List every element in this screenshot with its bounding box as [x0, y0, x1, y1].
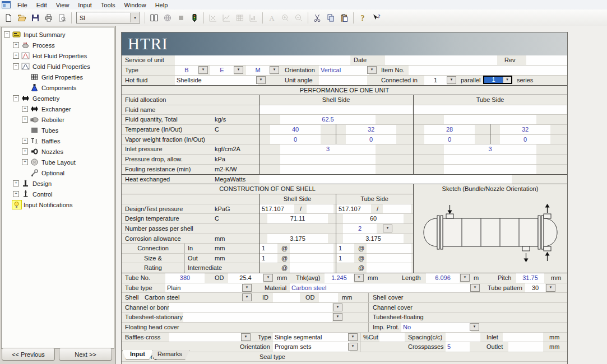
collapse-toggle[interactable]: − — [13, 63, 19, 69]
expand-toggle[interactable]: + — [13, 191, 19, 197]
unit-system-combo[interactable]: SI ▼ — [76, 12, 140, 24]
expand-toggle[interactable]: + — [22, 148, 28, 155]
connection-out-shell-size[interactable] — [290, 254, 333, 263]
channel-dropdown[interactable]: ▼ — [333, 304, 342, 311]
baffle-type-field[interactable]: Single segmental — [273, 333, 350, 342]
menu-tools[interactable]: Tools — [96, 1, 120, 9]
new-icon[interactable] — [2, 12, 15, 24]
type-shell-dropdown[interactable]: ▼ — [234, 66, 243, 74]
vapor-shell-in-field[interactable]: 0 — [270, 135, 321, 144]
fouling-tube-field[interactable] — [444, 165, 536, 174]
connection-in-shell-size[interactable] — [290, 244, 333, 253]
fluid-quantity-shell-field[interactable]: 62.5 — [280, 115, 376, 124]
orientation-dropdown[interactable]: ▼ — [367, 66, 377, 74]
connection-in-tube-count[interactable]: 1 — [337, 244, 354, 253]
expand-toggle[interactable]: + — [22, 159, 28, 165]
shell-id-field[interactable] — [273, 293, 300, 302]
tree-item-optional[interactable]: Optional — [2, 167, 114, 178]
length-field[interactable]: 6.096 — [426, 273, 460, 283]
fluid-name-shell-field[interactable] — [260, 105, 413, 115]
tree-item-reboiler[interactable]: +Reboiler — [2, 114, 114, 125]
cut-field[interactable] — [379, 333, 405, 342]
chevron-down-icon[interactable]: ▼ — [503, 77, 511, 83]
menu-view[interactable]: View — [52, 1, 74, 9]
connection-out-tube-count[interactable]: 1 — [337, 254, 354, 263]
menu-edit[interactable]: Edit — [32, 1, 52, 9]
tree-item-exchanger[interactable]: +Exchanger — [2, 104, 114, 114]
date-field[interactable] — [385, 55, 497, 65]
tree-item-process[interactable]: +Process — [2, 40, 114, 50]
copy-icon[interactable] — [324, 12, 337, 24]
connection-out-shell-count[interactable]: 1 — [260, 254, 277, 263]
design-temperature-tube-field[interactable]: 60 — [343, 214, 404, 223]
connection-out-tube-size[interactable] — [367, 254, 411, 263]
tree-item-baffles[interactable]: +Baffles — [2, 136, 114, 146]
shell-od-field[interactable] — [319, 293, 338, 302]
inlet-pressure-tube-field[interactable]: 3 — [444, 144, 536, 154]
design-pressure-tube-field[interactable]: 517.107 — [337, 204, 371, 214]
unit-angle-field[interactable] — [319, 76, 367, 85]
collapse-toggle[interactable]: − — [4, 31, 10, 38]
temperature-tube-in-field[interactable]: 28 — [424, 125, 475, 134]
od-field[interactable]: 25.4 — [228, 273, 263, 283]
crosspasses-field[interactable]: 5 — [446, 342, 470, 352]
design-temperature-shell-field[interactable]: 71.11 — [267, 214, 328, 223]
passes-dropdown[interactable]: ▼ — [383, 225, 392, 232]
tube-pattern-field[interactable]: 30 — [525, 283, 545, 293]
imp-prot-dropdown[interactable]: ▼ — [470, 323, 479, 331]
print-icon[interactable] — [42, 12, 55, 24]
tree-item-design[interactable]: +Design — [2, 178, 114, 189]
menu-window[interactable]: Window — [120, 1, 151, 9]
tree-item-nozzles[interactable]: +Nozzles — [2, 146, 114, 157]
design-pressure-shell-test-field[interactable] — [307, 204, 333, 214]
vapor-shell-out-field[interactable]: 0 — [346, 135, 396, 144]
thk-dropdown[interactable]: ▼ — [354, 274, 364, 282]
parallel-dropdown[interactable]: ▼ — [447, 76, 456, 84]
menu-input[interactable]: Input — [73, 1, 96, 9]
tube-type-field[interactable]: Plain — [165, 283, 244, 293]
design-pressure-tube-test-field[interactable] — [383, 204, 411, 214]
shell-material-field[interactable]: Carbon steel — [143, 293, 212, 302]
menu-file[interactable]: File — [13, 1, 32, 9]
tubesheet-field[interactable] — [183, 312, 332, 322]
type-rear-field[interactable]: M — [246, 66, 270, 75]
channel-field[interactable] — [169, 303, 332, 312]
connection-intermediate-shell-size[interactable] — [290, 263, 333, 273]
length-dropdown[interactable]: ▼ — [460, 274, 470, 282]
tree-item-input-notifications[interactable]: Input Notifications — [2, 199, 114, 210]
orientation-field[interactable]: Vertical — [319, 66, 369, 75]
pitch-field[interactable]: 31.75 — [516, 273, 544, 283]
globe-icon[interactable] — [161, 12, 174, 24]
type-front-field[interactable]: B — [175, 66, 198, 75]
pressure-drop-tube-field[interactable] — [444, 155, 536, 164]
passes-tube-field[interactable]: 2 — [343, 224, 377, 234]
thk-field[interactable]: 1.245 — [325, 273, 354, 283]
help-icon[interactable]: ? — [356, 12, 369, 24]
material-dropdown[interactable]: ▼ — [470, 284, 480, 292]
corrosion-tube-field[interactable]: 3.175 — [343, 234, 404, 244]
connection-in-shell-count[interactable]: 1 — [260, 244, 277, 253]
split-panes-icon[interactable] — [147, 12, 161, 24]
fluid-name-tube-field[interactable] — [414, 105, 567, 115]
tree-item-grid-properties[interactable]: Grid Properties — [2, 72, 114, 82]
print-preview-icon[interactable] — [55, 12, 69, 24]
tree-item-hot-fluid-properties[interactable]: +Hot Fluid Properties — [2, 50, 114, 61]
expand-toggle[interactable]: + — [22, 116, 28, 123]
expand-toggle[interactable]: + — [22, 138, 28, 144]
tree-item-tubes[interactable]: Tubes — [2, 125, 114, 136]
vapor-tube-out-field[interactable]: 0 — [500, 135, 550, 144]
heat-exchanged-field[interactable] — [260, 175, 512, 184]
spacing-field[interactable] — [446, 333, 480, 342]
type-front-dropdown[interactable]: ▼ — [198, 66, 208, 74]
tube-pattern-dropdown[interactable]: ▼ — [546, 284, 555, 292]
tab-remarks[interactable]: Remarks — [150, 350, 190, 360]
tree-item-tube-layout[interactable]: +Tube Layout — [2, 157, 114, 167]
baffle-orientation-field[interactable]: Program sets — [273, 342, 350, 352]
tree-item-control[interactable]: +Control — [2, 189, 114, 199]
rev-field[interactable] — [526, 55, 567, 65]
tree-item-cold-fluid-properties[interactable]: −Cold Fluid Properties — [2, 61, 114, 72]
series-count-combo[interactable]: 1▼ — [483, 76, 512, 84]
tube-no-field[interactable]: 380 — [165, 273, 205, 283]
save-icon[interactable] — [29, 12, 42, 24]
previous-button[interactable]: << Previous — [2, 348, 55, 361]
